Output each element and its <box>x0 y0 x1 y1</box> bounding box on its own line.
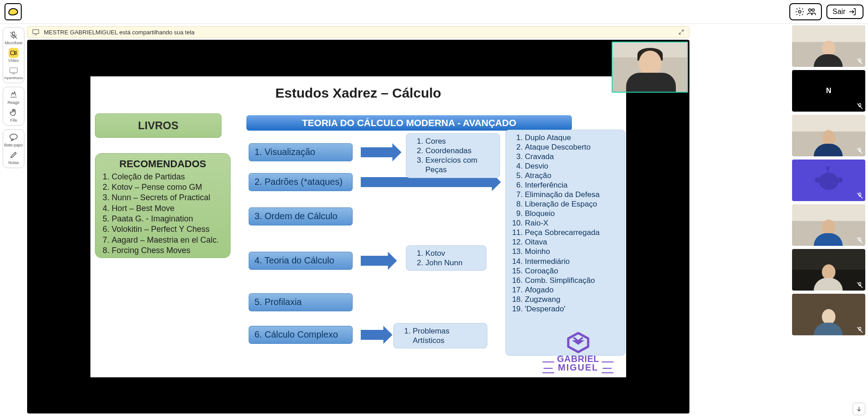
list-item: Nunn – Secrets of Practical <box>112 193 224 203</box>
step-2: 2. Padrões (*ataques) <box>249 173 353 191</box>
participant-tile[interactable] <box>792 160 865 201</box>
share-banner-text: MESTRE GABRIELMIGUEL está compartilhando… <box>44 29 194 36</box>
list-item: Forcing Chess Moves <box>112 245 224 256</box>
gear-icon[interactable] <box>794 6 806 18</box>
svg-point-2 <box>811 9 814 11</box>
list-item: Aagard – Maestria en el Calc. <box>112 235 224 245</box>
app-logo[interactable] <box>5 3 22 20</box>
list-item: Cravada <box>525 152 618 161</box>
chat-icon <box>9 132 19 142</box>
expand-icon[interactable] <box>678 29 684 35</box>
list-item: Oitava <box>525 237 618 247</box>
list-item: Eliminação da Defesa <box>525 190 618 199</box>
step-1: 1. Visualização <box>249 143 353 161</box>
detail-box-complex: Problemas Artísticos <box>393 323 487 349</box>
step-5: 5. Profilaxia <box>249 293 353 311</box>
pencil-icon <box>9 150 19 160</box>
microphone-button[interactable]: Microfone <box>4 30 23 45</box>
presenter-logo: GABRIEL — MIGUEL — <box>542 331 613 372</box>
list-item: Exercícios com Peças <box>425 155 493 175</box>
list-item: Raio-X <box>525 218 618 228</box>
list-item: Paata G. - Imagination <box>112 214 224 224</box>
list-item: Kotov <box>425 249 480 258</box>
detail-box-theory: KotovJohn Nunn <box>406 245 486 271</box>
participant-tile[interactable]: N <box>792 70 865 112</box>
arrow-icon <box>361 330 383 340</box>
monitor-icon <box>32 29 39 35</box>
svg-rect-5 <box>10 68 18 73</box>
svg-rect-4 <box>11 51 15 55</box>
participant-tile[interactable] <box>792 294 865 335</box>
queue-button[interactable]: Fila <box>4 108 23 122</box>
books-header: LIVROS <box>95 113 222 138</box>
list-item: Ataque Descoberto <box>525 142 618 152</box>
share-button[interactable]: mpartilhado <box>4 66 23 80</box>
books-list: Coleção de PartidasKotov – Pense como GM… <box>102 172 224 256</box>
participant-tile[interactable] <box>792 115 865 156</box>
camera-icon <box>9 48 19 58</box>
list-item: Kotov – Pense como GM <box>112 182 224 193</box>
books-subtitle: RECOMENDADOS <box>102 158 224 170</box>
mic-muted-icon <box>856 282 863 289</box>
hand-icon <box>9 108 19 117</box>
mic-muted-icon <box>856 192 863 199</box>
participant-tile[interactable] <box>792 249 865 291</box>
list-item: Bloqueio <box>525 209 618 218</box>
svg-point-6 <box>10 134 17 139</box>
chat-button[interactable]: Bate-papo <box>4 132 23 147</box>
list-item: Afogado <box>525 285 618 295</box>
list-item: John Nunn <box>425 258 480 268</box>
screen-share-icon <box>9 66 19 75</box>
presenter-webcam[interactable] <box>612 42 688 93</box>
list-item: Volokitin – Perfect Y Chess <box>112 224 224 235</box>
sparkle-icon <box>9 90 19 100</box>
arrow-icon <box>361 147 392 157</box>
detail-box-patterns: Duplo AtaqueAtaque DescobertoCravadaDesv… <box>505 130 625 356</box>
list-item: Interferência <box>525 180 618 190</box>
list-item: Coordenadas <box>425 146 493 155</box>
exit-label: Sair <box>833 8 845 16</box>
arrow-icon <box>361 177 492 187</box>
users-icon[interactable] <box>806 6 817 18</box>
list-item: Coleção de Partidas <box>112 172 224 182</box>
share-banner: MESTRE GABRIELMIGUEL está compartilhando… <box>27 26 689 38</box>
books-box: RECOMENDADOS Coleção de PartidasKotov – … <box>95 153 231 258</box>
participant-initial: N <box>826 87 831 95</box>
list-item: Hort – Best Move <box>112 203 224 214</box>
participants-strip: N <box>792 25 865 415</box>
exit-icon <box>848 7 857 16</box>
exit-button[interactable]: Sair <box>826 5 863 19</box>
mic-muted-icon <box>856 103 863 110</box>
list-item: Coroação <box>525 266 618 276</box>
svg-point-1 <box>808 9 811 11</box>
step-4: 4. Teoria do Cálculo <box>249 252 353 270</box>
participant-tile[interactable] <box>792 204 865 246</box>
list-item: Intermediário <box>525 257 618 266</box>
notes-button[interactable]: Notas <box>4 150 23 165</box>
chevron-down-icon <box>856 406 862 412</box>
list-item: Atração <box>525 171 618 180</box>
list-item: Problemas Artísticos <box>413 326 481 346</box>
mic-muted-icon <box>856 237 863 244</box>
arrow-icon <box>361 256 388 266</box>
list-item: Moinho <box>525 247 618 256</box>
participant-tile[interactable] <box>792 25 865 67</box>
microphone-off-icon <box>9 30 19 40</box>
slide-content: Estudos Xadrez – Cálculo LIVROS RECOMEND… <box>90 76 626 377</box>
list-item: Duplo Ataque <box>525 133 618 142</box>
mic-muted-icon <box>856 58 863 65</box>
left-toolbar: Microfone Vídeo mpartilhado Reagir Fil <box>3 27 24 168</box>
video-button[interactable]: Vídeo <box>4 48 23 63</box>
top-bar: Sair <box>0 0 868 24</box>
step-3: 3. Ordem de Cálculo <box>249 207 353 225</box>
svg-rect-7 <box>33 30 38 34</box>
svg-point-0 <box>798 10 801 13</box>
scroll-down-button[interactable] <box>853 403 865 415</box>
step-6: 6. Cálculo Complexo <box>249 326 353 344</box>
settings-users-group <box>789 3 822 20</box>
react-button[interactable]: Reagir <box>4 90 23 105</box>
list-item: 'Desperado' <box>525 304 618 314</box>
section-header: TEORIA DO CÁLCULO MODERNA - AVANÇADO <box>246 115 572 131</box>
list-item: Desvio <box>525 161 618 171</box>
detail-box-visualization: CoresCoordenadasExercícios com Peças <box>406 133 500 178</box>
